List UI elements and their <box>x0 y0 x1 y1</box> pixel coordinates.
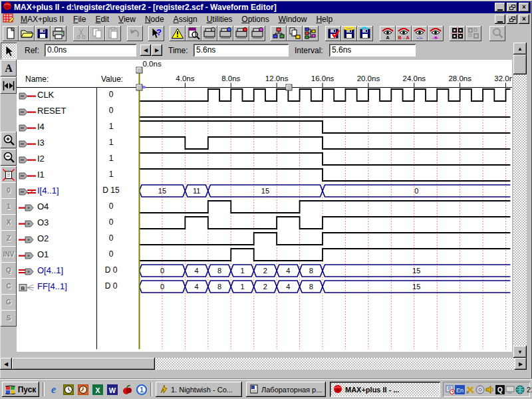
signal-name[interactable]: FF[4..1] <box>37 281 67 291</box>
find-replace-node-button[interactable]: B→A <box>396 26 412 41</box>
horizontal-scroll-thumb[interactable] <box>12 358 155 370</box>
task-button-3[interactable]: MAX+plus II - ... <box>330 382 440 397</box>
signal-row-I2[interactable]: I21 <box>17 152 140 166</box>
signal-row-I1[interactable]: I11 <box>17 168 140 182</box>
tray-scheduler-icon[interactable] <box>445 384 455 395</box>
overwrite-0-button[interactable]: 0 <box>1 182 17 199</box>
signal-name[interactable]: O2 <box>37 233 49 243</box>
signal-row-O3[interactable]: O30 <box>17 216 140 229</box>
signal-name[interactable]: I4 <box>37 122 45 132</box>
tray-quicktime-icon[interactable]: Q <box>495 384 505 395</box>
cut-button[interactable] <box>73 26 89 41</box>
signal-row-CLK[interactable]: CLK0 <box>17 88 140 102</box>
overwrite-count-button[interactable]: Q <box>1 262 17 279</box>
floorplan-editor-button[interactable] <box>303 26 319 41</box>
menu-options[interactable]: Options <box>237 14 273 25</box>
menu-assign[interactable]: Assign <box>169 14 202 25</box>
menu-utilities[interactable]: Utilities <box>202 14 237 25</box>
vertical-scrollbar[interactable]: ▲ ▼ <box>513 43 527 358</box>
signal-row-O4[interactable]: O40 <box>17 200 140 213</box>
vertical-scroll-thumb[interactable] <box>513 55 527 74</box>
tray-cd-player-icon[interactable] <box>475 384 485 395</box>
internet-explorer-icon[interactable]: e <box>48 384 59 395</box>
overwrite-group-button[interactable]: G <box>1 294 17 311</box>
ref-next-button[interactable]: ▶ <box>152 45 162 56</box>
number1-app-icon[interactable]: 1 <box>136 384 147 395</box>
interval-input[interactable]: 5.6ns <box>329 44 416 57</box>
child-minimize-button[interactable] <box>495 15 505 24</box>
signal-name[interactable]: CLK <box>37 90 54 100</box>
signal-row-O2[interactable]: O20 <box>17 232 140 245</box>
new-file-button[interactable] <box>3 26 19 41</box>
menu-edit[interactable]: Edit <box>90 14 114 25</box>
ref-prev-button[interactable]: ◀ <box>140 45 151 56</box>
clock-olive-icon[interactable] <box>63 384 74 395</box>
tray-display-icon[interactable] <box>505 384 515 395</box>
menu-node[interactable]: Node <box>140 14 169 25</box>
copy-button[interactable] <box>89 26 105 41</box>
tray-keyboard-layout-icon[interactable]: En <box>455 384 465 395</box>
signal-name[interactable]: I[4..1] <box>37 186 59 196</box>
compiler-button[interactable] <box>201 26 217 41</box>
overwrite-state-button[interactable]: S <box>1 310 17 327</box>
signal-name[interactable]: O3 <box>37 217 49 227</box>
paste-button[interactable] <box>105 26 121 41</box>
berry-app-icon[interactable] <box>121 384 132 395</box>
signal-name[interactable]: RESET <box>37 106 66 116</box>
zoom-in-button[interactable] <box>1 132 17 148</box>
text-tool-button[interactable]: A <box>1 60 17 76</box>
find-gate-button[interactable]: -○- <box>412 26 428 41</box>
timing-analyzer-button[interactable] <box>233 26 249 41</box>
signal-name[interactable]: I2 <box>37 154 45 164</box>
save-and-check-button[interactable] <box>325 26 341 41</box>
print-button[interactable] <box>51 26 66 41</box>
undo-button[interactable] <box>127 26 143 41</box>
scroll-down-button[interactable]: ▼ <box>513 346 527 358</box>
fit-selection-button[interactable] <box>466 26 481 41</box>
horizontal-scrollbar[interactable]: ◀ ▶ <box>0 358 527 370</box>
overwrite-clock-button[interactable]: C <box>1 278 17 295</box>
tray-network-icon[interactable] <box>515 384 525 395</box>
minimize-button[interactable] <box>495 3 505 12</box>
menu-view[interactable]: View <box>114 14 140 25</box>
signal-row-O1[interactable]: O10 <box>17 248 140 261</box>
selection-tool-button[interactable] <box>1 43 17 59</box>
excel-icon[interactable]: X <box>92 384 103 395</box>
signal-name[interactable]: I1 <box>37 170 45 180</box>
fit-page-button[interactable] <box>1 166 17 183</box>
context-help-button[interactable]: ? <box>148 26 164 41</box>
child-close-button[interactable]: × <box>519 15 529 24</box>
hierarchy-docs-button[interactable] <box>287 26 303 41</box>
word-icon[interactable]: W <box>106 384 118 395</box>
child-restore-button[interactable] <box>507 15 517 24</box>
overwrite-1-button[interactable]: 1 <box>1 198 17 215</box>
find-node-name-button[interactable]: A <box>380 26 396 41</box>
signal-name[interactable]: I3 <box>37 138 45 148</box>
hierarchy-display-button[interactable] <box>271 26 287 41</box>
save-and-compile-button[interactable] <box>341 26 357 41</box>
task-button-2[interactable]: Лабораторная р... <box>246 382 326 397</box>
time-input[interactable]: 5.6ns <box>194 44 289 57</box>
scroll-left-button[interactable]: ◀ <box>0 358 12 370</box>
overwrite-z-button[interactable]: Z <box>1 230 17 247</box>
programmer-button[interactable] <box>249 26 265 41</box>
tray-system-config-icon[interactable] <box>465 384 475 395</box>
simulator-button[interactable] <box>217 26 233 41</box>
scroll-up-button[interactable]: ▲ <box>513 43 527 55</box>
menu-help[interactable]: Help <box>311 14 337 25</box>
menu-max-plus-ii[interactable]: MAX+plus II <box>16 14 68 25</box>
signal-row-RESET[interactable]: RESET0 <box>17 104 140 118</box>
start-button[interactable]: Пуск <box>2 382 39 397</box>
waveform-join-tool-button[interactable] <box>1 77 17 94</box>
save-file-button[interactable] <box>35 26 51 41</box>
save-and-simulate-button[interactable] <box>357 26 373 41</box>
zoom-out-button[interactable] <box>1 149 17 166</box>
ref-input[interactable]: 0.0ns <box>45 44 136 57</box>
tray-volume-icon[interactable] <box>485 384 495 395</box>
signal-name[interactable]: O[4..1] <box>37 265 63 275</box>
signal-row-I[4..1][interactable]: I[4..1]D 15 <box>17 184 140 198</box>
signal-name[interactable]: O1 <box>37 249 49 259</box>
signal-name[interactable]: O4 <box>37 201 49 211</box>
message-processor-button[interactable] <box>170 26 186 41</box>
signal-row-O[4..1][interactable]: O[4..1]D 0 <box>17 264 140 277</box>
